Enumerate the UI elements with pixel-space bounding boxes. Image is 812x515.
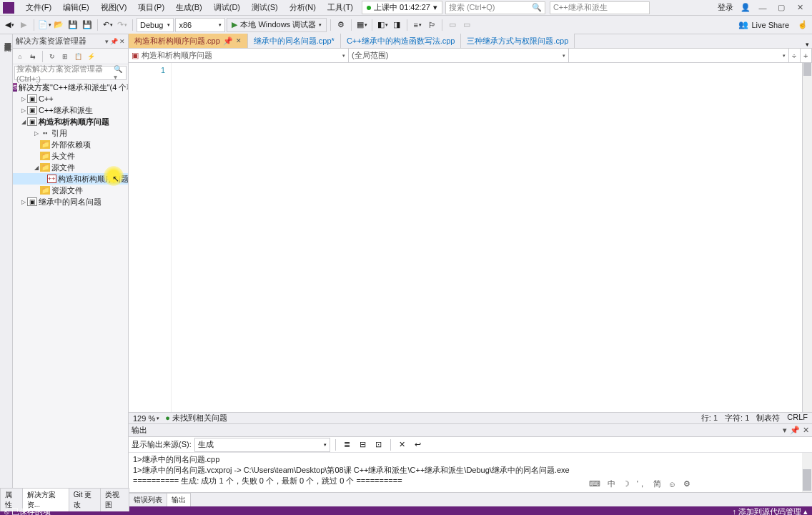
toolbar-btn-4[interactable]: ◨ [390, 19, 403, 31]
bottom-tab-output[interactable]: 输出 [167, 493, 191, 506]
tree-project[interactable]: C++继承和派生 [39, 105, 93, 116]
global-search[interactable]: 搜索 (Ctrl+Q)🔍 [445, 1, 545, 14]
live-share[interactable]: 👥Live Share [733, 20, 795, 29]
panel-close-icon[interactable]: ✕ [119, 38, 125, 45]
menu-view[interactable]: 视图(V) [95, 1, 133, 14]
solution-node[interactable]: 解决方案"C++继承和派生"(4 个项目 [19, 82, 128, 93]
panel-close-icon[interactable]: ✕ [803, 426, 809, 435]
window-close[interactable]: ✕ [791, 1, 809, 14]
menu-debug[interactable]: 调试(D) [208, 1, 246, 14]
expl-refresh-icon[interactable]: ↻ [46, 51, 58, 62]
toolbar-btn-1[interactable]: ⚙ [335, 19, 347, 31]
tree-project[interactable]: C++ [39, 94, 54, 103]
tree-external[interactable]: 外部依赖项 [51, 139, 91, 150]
zoom-level[interactable]: 129 %▾ [133, 414, 159, 423]
save-button[interactable]: 💾 [66, 19, 79, 31]
toolbar-btn-3[interactable]: ◧ [376, 19, 389, 31]
expand-icon[interactable]: ▷ [20, 107, 27, 114]
redo-button[interactable]: ↷ [116, 19, 129, 31]
toolbar-btn-7[interactable]: ▭ [446, 19, 459, 31]
quick-launch[interactable]: C++继承和派生 [550, 1, 650, 14]
char-indicator[interactable]: 字符: 1 [725, 413, 749, 423]
close-icon[interactable]: ✕ [236, 37, 242, 44]
out-tool-1[interactable]: ≣ [341, 438, 354, 451]
status-source-control[interactable]: ↑ 添加到源代码管理 ▴ [732, 506, 808, 516]
out-clear-icon[interactable]: ✕ [396, 438, 409, 451]
tree-references[interactable]: 引用 [51, 128, 67, 139]
ime-gear-icon[interactable]: ⚙ [683, 479, 690, 489]
panel-pin-icon[interactable]: 📌 [110, 38, 118, 45]
editor-tab[interactable]: C++继承中的构造函数写法.cpp [341, 34, 462, 48]
out-tool-3[interactable]: ⊡ [372, 438, 385, 451]
out-tool-2[interactable]: ⊟ [357, 438, 370, 451]
bottom-tab-classview[interactable]: 类视图 [100, 488, 129, 511]
ime-punct[interactable]: '， [637, 479, 646, 489]
output-text[interactable]: 1>继承中的同名问题.cpp 1>继承中的同名问题.vcxproj -> C:\… [129, 453, 812, 492]
pin-icon[interactable]: 📌 [223, 36, 233, 46]
output-scrollbar[interactable] [802, 453, 812, 492]
collapse-icon[interactable]: ◢ [33, 165, 40, 171]
expand-icon[interactable]: ▷ [20, 96, 27, 102]
editor-tab[interactable]: 三种继承方式与权限问题.cpp [461, 34, 575, 48]
panel-dropdown-icon[interactable]: ▾ [783, 426, 787, 435]
login-link[interactable]: 登录 [713, 1, 738, 14]
tree-project-active[interactable]: 构造和析构顺序问题 [39, 117, 109, 127]
window-maximize[interactable]: ▢ [772, 1, 791, 14]
ime-lang[interactable]: 中 [608, 479, 615, 489]
new-button[interactable]: 📄 [38, 19, 51, 31]
scrollbar-thumb[interactable] [803, 469, 811, 491]
ime-keyboard-icon[interactable]: ⌨ [589, 479, 600, 489]
nav-scope[interactable]: ▣构造和析构顺序问题 [129, 49, 349, 62]
back-button[interactable]: ◀ [3, 19, 16, 31]
eol-indicator[interactable]: CRLF [787, 413, 808, 423]
menu-build[interactable]: 生成(B) [170, 1, 208, 14]
undo-button[interactable]: ↶ [102, 19, 114, 31]
menu-file[interactable]: 文件(F) [20, 1, 57, 14]
expl-home-icon[interactable]: ⌂ [14, 51, 26, 62]
panel-dropdown-icon[interactable]: ▾ [105, 38, 109, 45]
collapse-icon[interactable]: ◢ [20, 119, 27, 125]
left-tool-strip[interactable]: 服务器资源管理器 工具箱 [0, 34, 13, 492]
expand-icon[interactable]: ▷ [33, 130, 40, 137]
indent-indicator[interactable]: 制表符 [756, 413, 780, 423]
toolbar-btn-5[interactable]: ≡ [411, 19, 424, 31]
expl-tool-4[interactable]: ⚡ [85, 51, 96, 62]
recording-indicator[interactable]: 上课中 01:42:27▾ [362, 1, 442, 14]
output-source-combo[interactable]: 生成 [194, 438, 330, 452]
ime-toolbar[interactable]: ⌨ 中 ☽ '， 简 ☺ ⚙ [589, 479, 690, 489]
editor-tab[interactable]: 构造和析构顺序问题.cpp📌✕ [129, 34, 248, 48]
issues-status[interactable]: 未找到相关问题 [165, 413, 227, 423]
ime-emoji-icon[interactable]: ☺ [668, 480, 676, 489]
toolbar-btn-8[interactable]: ▭ [460, 19, 473, 31]
editor-scrollbar[interactable] [802, 63, 812, 412]
menu-analyze[interactable]: 分析(N) [284, 1, 322, 14]
config-combo[interactable]: Debug [137, 18, 174, 32]
code-editor[interactable] [172, 63, 802, 412]
line-indicator[interactable]: 行: 1 [701, 413, 718, 423]
user-icon[interactable]: 👤 [738, 3, 753, 12]
expand-icon[interactable]: ▷ [20, 199, 27, 205]
split-button[interactable]: ÷ [789, 49, 801, 62]
nav-member[interactable]: (全局范围) [349, 49, 569, 62]
open-button[interactable]: 📂 [52, 19, 65, 31]
bottom-tab-errorlist[interactable]: 错误列表 [129, 493, 167, 506]
menu-project[interactable]: 项目(P) [132, 1, 170, 14]
run-button[interactable]: ▶本地 Windows 调试器▾ [227, 18, 327, 32]
save-all-button[interactable]: 💾 [81, 19, 94, 31]
forward-button[interactable]: ▶ [17, 19, 30, 31]
explorer-search[interactable]: 搜索解决方案资源管理器(Ctrl+;)🔍▾ [14, 66, 127, 80]
panel-pin-icon[interactable]: 📌 [790, 426, 800, 435]
scrollbar-thumb[interactable] [803, 63, 811, 76]
tree-headers[interactable]: 头文件 [51, 151, 75, 162]
platform-combo[interactable]: x86 [175, 18, 225, 32]
toolbar-btn-2[interactable]: ▦ [355, 19, 368, 31]
tree-project[interactable]: 继承中的同名问题 [39, 197, 102, 207]
menu-edit[interactable]: 编辑(E) [57, 1, 95, 14]
ime-moon-icon[interactable]: ☽ [623, 479, 630, 489]
bottom-tab-git[interactable]: Git 更改 [69, 488, 102, 511]
tree-resources[interactable]: 资源文件 [51, 185, 83, 196]
expl-tool-1[interactable]: ⇆ [27, 51, 39, 62]
tree-source[interactable]: 源文件 [51, 162, 75, 173]
ime-simp[interactable]: 简 [653, 479, 661, 489]
tab-overflow[interactable]: ▾ [803, 41, 812, 48]
